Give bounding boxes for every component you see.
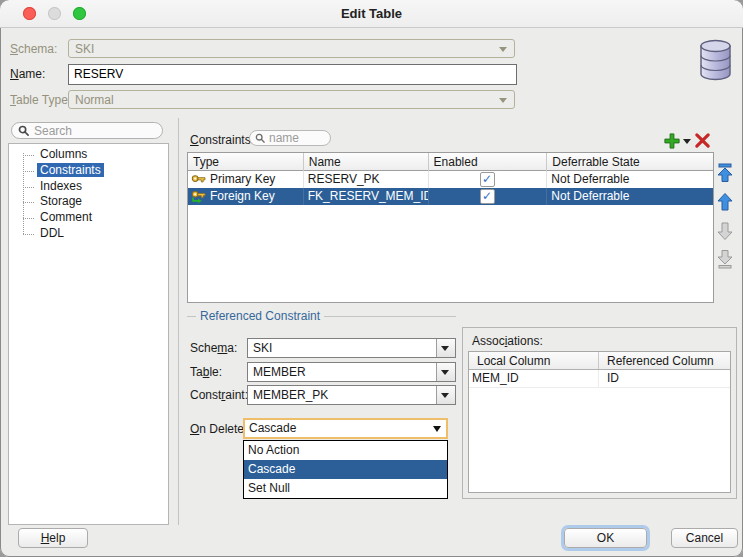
constraint-type: Foreign Key: [210, 188, 275, 205]
sidebar-item-columns[interactable]: Columns: [9, 147, 168, 163]
sidebar-item-constraints[interactable]: Constraints: [9, 163, 168, 179]
move-down-icon: [716, 221, 734, 241]
edit-table-dialog: Edit Table Schema: SKI Name: RESERV Tabl…: [0, 0, 743, 557]
table-row[interactable]: MEM_ID ID: [469, 370, 730, 388]
sidebar-search-placeholder: Search: [34, 124, 72, 138]
ref-constraint-label: Constraint:: [190, 387, 248, 403]
sidebar-item-comment[interactable]: Comment: [9, 210, 168, 226]
add-constraint-button[interactable]: [663, 132, 681, 150]
sidebar-item-indexes[interactable]: Indexes: [9, 179, 168, 195]
deferrable-state: Not Deferrable: [547, 188, 713, 205]
move-to-bottom-button[interactable]: [716, 249, 734, 269]
chevron-down-icon[interactable]: [436, 386, 455, 404]
ref-table-label: Table:: [190, 364, 222, 380]
constraints-table-header: Type Name Enabled Deferrable State: [188, 153, 713, 171]
column-header-type[interactable]: Type: [188, 153, 304, 171]
on-delete-label: On Delete:: [190, 421, 247, 437]
name-label: Name:: [10, 66, 45, 82]
add-constraint-dropdown-caret-icon[interactable]: [683, 139, 691, 144]
table-type-label: Table Type:: [10, 92, 71, 108]
on-delete-value: Cascade: [249, 421, 296, 435]
schema-select: SKI: [68, 39, 515, 58]
ref-constraint-select[interactable]: MEMBER_PK: [247, 385, 456, 405]
deferrable-state: Not Deferrable: [547, 171, 713, 188]
ref-constraint-value: MEMBER_PK: [253, 388, 328, 402]
table-type-value: Normal: [75, 93, 114, 107]
move-to-bottom-icon: [716, 249, 734, 269]
primary-key-icon: [191, 173, 206, 186]
option-cascade[interactable]: Cascade: [244, 460, 447, 479]
option-no-action[interactable]: No Action: [244, 441, 447, 460]
chevron-down-icon[interactable]: [436, 363, 455, 381]
on-delete-dropdown-list: No Action Cascade Set Null: [243, 440, 448, 499]
enabled-checkbox[interactable]: [480, 189, 495, 204]
option-set-null[interactable]: Set Null: [244, 479, 447, 498]
table-row[interactable]: Primary Key RESERV_PK Not Deferrable: [188, 171, 713, 188]
ref-schema-select[interactable]: SKI: [247, 338, 456, 358]
chevron-down-icon: [499, 47, 507, 52]
constraint-name: RESERV_PK: [304, 171, 429, 188]
window-title: Edit Table: [0, 6, 743, 21]
chevron-down-icon[interactable]: [436, 339, 455, 357]
constraint-type: Primary Key: [210, 171, 275, 188]
delete-constraint-button[interactable]: [694, 132, 712, 150]
search-icon: [18, 125, 29, 136]
delete-x-icon: [694, 132, 711, 149]
table-name-input[interactable]: RESERV: [68, 64, 517, 85]
move-to-top-button[interactable]: [716, 163, 734, 183]
constraints-filter-placeholder: name: [269, 131, 299, 145]
schema-label: Schema:: [10, 41, 57, 57]
move-up-button[interactable]: [716, 192, 734, 212]
plus-icon: [663, 132, 681, 150]
table-row-selected[interactable]: Foreign Key FK_RESERV_MEM_ID_ME... Not D…: [188, 188, 713, 205]
enabled-checkbox[interactable]: [480, 172, 495, 187]
constraints-filter-input[interactable]: name: [249, 130, 331, 146]
column-header-deferrable-state[interactable]: Deferrable State: [547, 153, 713, 171]
associations-panel: Associations: Local Column Referenced Co…: [462, 327, 737, 499]
ref-schema-value: SKI: [253, 341, 272, 355]
column-header-referenced-column[interactable]: Referenced Column: [599, 352, 730, 369]
referenced-constraint-group-title: Referenced Constraint: [187, 309, 456, 323]
table-type-select: Normal: [68, 90, 515, 109]
associations-table-header: Local Column Referenced Column: [469, 352, 730, 370]
edit-table-nav-tree: Columns Constraints Indexes Storage Comm…: [8, 143, 169, 525]
sidebar-search-input[interactable]: Search: [11, 122, 163, 139]
schema-value: SKI: [75, 42, 94, 56]
title-bar: Edit Table: [0, 0, 743, 28]
column-header-enabled[interactable]: Enabled: [429, 153, 548, 171]
move-down-button[interactable]: [716, 221, 734, 241]
associations-label: Associations:: [472, 334, 543, 348]
search-icon: [255, 133, 265, 143]
on-delete-select[interactable]: Cascade: [243, 418, 448, 439]
sidebar-item-ddl[interactable]: DDL: [9, 226, 168, 242]
cancel-button[interactable]: Cancel: [671, 528, 738, 548]
constraint-name: FK_RESERV_MEM_ID_ME...: [304, 188, 429, 205]
constraints-label: Constraints:: [190, 133, 254, 147]
chevron-down-icon: [499, 98, 507, 103]
ref-schema-label: Schema:: [190, 340, 237, 356]
ref-table-select[interactable]: MEMBER: [247, 362, 456, 382]
group-title-text: Referenced Constraint: [200, 309, 320, 323]
panel-divider: [178, 118, 179, 525]
foreign-key-icon: [191, 190, 206, 204]
local-column-value: MEM_ID: [469, 370, 599, 387]
move-up-icon: [716, 192, 734, 212]
ref-table-value: MEMBER: [253, 365, 306, 379]
sidebar-item-storage[interactable]: Storage: [9, 194, 168, 210]
column-header-name[interactable]: Name: [304, 153, 429, 171]
database-icon: [699, 39, 732, 81]
help-button[interactable]: Help: [18, 528, 88, 548]
associations-table: Local Column Referenced Column MEM_ID ID: [468, 351, 731, 493]
referenced-column-value: ID: [599, 370, 730, 387]
move-to-top-icon: [716, 163, 734, 183]
constraints-table: Type Name Enabled Deferrable State Prima…: [187, 152, 714, 303]
column-header-local-column[interactable]: Local Column: [469, 352, 599, 369]
chevron-down-icon: [433, 426, 441, 432]
ok-button[interactable]: OK: [564, 528, 647, 548]
